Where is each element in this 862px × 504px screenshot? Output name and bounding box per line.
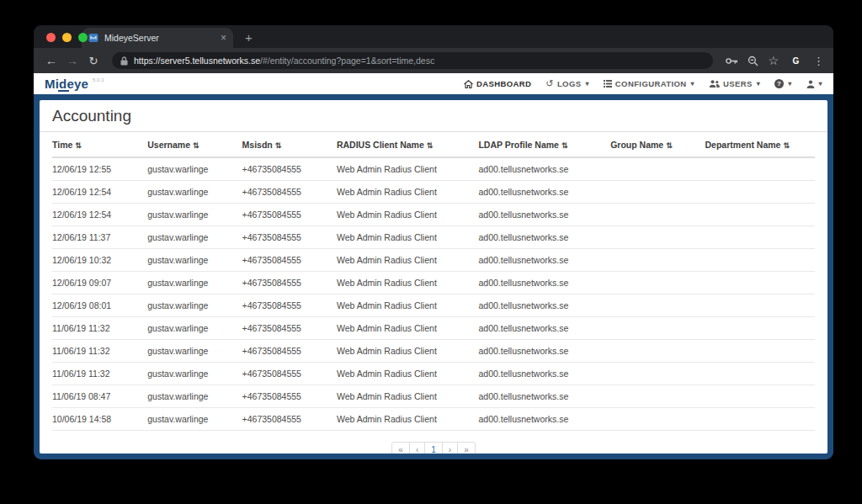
cell-msisdn: +46735084555 xyxy=(242,226,337,249)
logo-text: Mideye xyxy=(45,77,88,91)
cell-group-name xyxy=(610,340,705,363)
cell-radius-client-name: Web Admin Radius Client xyxy=(337,181,479,204)
browser-window: MideyeServer × + ← → ↻ https://server5.t… xyxy=(34,25,833,459)
cell-ldap-profile-name: ad00.tellusnetworks.se xyxy=(478,340,610,363)
table-row: 11/06/19 11:32gustav.warlinge+4673508455… xyxy=(52,363,815,385)
close-window-button[interactable] xyxy=(46,33,56,42)
chevron-down-icon: ▾ xyxy=(788,80,791,88)
cell-group-name xyxy=(610,181,705,204)
cell-msisdn: +46735084555 xyxy=(242,157,337,181)
cell-department-name xyxy=(705,157,815,181)
nav-item-configuration[interactable]: CONFIGURATION ▾ xyxy=(604,79,694,88)
cell-msisdn: +46735084555 xyxy=(242,408,337,431)
cell-time: 12/06/19 12:54 xyxy=(52,181,147,204)
content-panel: Accounting Time⇅Username⇅Msisdn⇅RADIUS C… xyxy=(40,100,827,454)
page-title: Accounting xyxy=(40,100,827,132)
cell-username: gustav.warlinge xyxy=(147,317,242,340)
column-label: LDAP Profile Name xyxy=(478,140,559,150)
nav-item-help[interactable]: ? ▾ xyxy=(774,79,791,88)
app-header: Mideye 5.0.3 DASHBOARD ↺ LOGS ▾ xyxy=(34,73,833,94)
cell-group-name xyxy=(610,272,705,294)
cell-group-name xyxy=(610,226,705,249)
cell-ldap-profile-name: ad00.tellusnetworks.se xyxy=(478,157,610,181)
cell-username: gustav.warlinge xyxy=(147,157,242,181)
page-button[interactable]: ‹ xyxy=(409,442,425,454)
cell-radius-client-name: Web Admin Radius Client xyxy=(337,340,479,363)
cell-radius-client-name: Web Admin Radius Client xyxy=(337,363,479,385)
page-button[interactable]: › xyxy=(442,442,458,454)
table-row: 12/06/19 08:01gustav.warlinge+4673508455… xyxy=(52,294,815,317)
table-row: 11/06/19 08:47gustav.warlinge+4673508455… xyxy=(52,385,815,408)
cell-department-name xyxy=(705,340,815,363)
accounting-table-wrap: Time⇅Username⇅Msisdn⇅RADIUS Client Name⇅… xyxy=(52,132,815,454)
nav-item-dashboard[interactable]: DASHBOARD xyxy=(464,79,531,88)
cell-username: gustav.warlinge xyxy=(147,294,242,317)
sort-icon: ⇅ xyxy=(193,141,200,150)
cell-department-name xyxy=(705,317,815,340)
table-row: 12/06/19 11:37gustav.warlinge+4673508455… xyxy=(52,226,815,249)
back-icon[interactable]: ← xyxy=(43,54,60,67)
person-icon xyxy=(806,80,815,88)
address-bar[interactable]: https://server5.tellusnetworks.se/#/enti… xyxy=(112,52,713,69)
forward-icon[interactable]: → xyxy=(64,54,81,67)
sort-icon: ⇅ xyxy=(275,141,282,150)
column-label: Msisdn xyxy=(242,140,273,150)
cell-username: gustav.warlinge xyxy=(147,249,242,272)
sort-icon: ⇅ xyxy=(783,141,790,150)
cell-radius-client-name: Web Admin Radius Client xyxy=(337,204,479,226)
page-button[interactable]: « xyxy=(391,442,410,454)
tab-strip: MideyeServer × + xyxy=(34,25,833,48)
cell-ldap-profile-name: ad00.tellusnetworks.se xyxy=(478,226,610,249)
column-header-msisdn[interactable]: Msisdn⇅ xyxy=(242,132,337,157)
cell-time: 11/06/19 11:32 xyxy=(52,317,147,340)
cell-department-name xyxy=(705,272,815,294)
list-icon xyxy=(604,80,612,88)
new-tab-button[interactable]: + xyxy=(245,30,253,45)
cell-msisdn: +46735084555 xyxy=(242,181,337,204)
menu-dots-icon[interactable]: ⋮ xyxy=(813,56,824,66)
cell-username: gustav.warlinge xyxy=(147,204,242,226)
bookmark-star-icon[interactable]: ☆ xyxy=(768,55,779,66)
cell-group-name xyxy=(610,249,705,272)
lock-icon xyxy=(120,56,128,66)
column-header-ldap-profile-name[interactable]: LDAP Profile Name⇅ xyxy=(478,132,610,157)
zoom-magnifier-icon[interactable] xyxy=(748,56,758,66)
password-key-icon[interactable] xyxy=(726,57,738,65)
traffic-lights xyxy=(46,33,88,42)
cell-department-name xyxy=(705,294,815,317)
nav-item-account[interactable]: ▾ xyxy=(806,80,822,88)
minimize-window-button[interactable] xyxy=(62,33,72,42)
app-logo[interactable]: Mideye xyxy=(45,77,88,90)
nav-item-logs[interactable]: ↺ LOGS ▾ xyxy=(545,78,589,89)
nav-label: DASHBOARD xyxy=(476,79,531,88)
tab-close-icon[interactable]: × xyxy=(221,32,226,44)
page-button-current[interactable]: 1 xyxy=(424,442,443,454)
cell-department-name xyxy=(705,385,815,408)
reload-icon[interactable]: ↻ xyxy=(85,55,102,67)
cell-department-name xyxy=(705,408,815,431)
cell-ldap-profile-name: ad00.tellusnetworks.se xyxy=(478,294,610,317)
nav-item-users[interactable]: USERS ▾ xyxy=(709,79,760,88)
browser-tab[interactable]: MideyeServer × xyxy=(82,28,233,48)
cell-group-name xyxy=(610,385,705,408)
cell-msisdn: +46735084555 xyxy=(242,249,337,272)
sort-icon: ⇅ xyxy=(561,141,568,150)
help-icon: ? xyxy=(774,79,784,88)
app-nav: DASHBOARD ↺ LOGS ▾ CONFIGURATION ▾ xyxy=(464,78,822,89)
column-header-group-name[interactable]: Group Name⇅ xyxy=(610,132,705,157)
column-header-username[interactable]: Username⇅ xyxy=(147,132,242,157)
cell-time: 12/06/19 08:01 xyxy=(52,294,147,317)
page-button[interactable]: » xyxy=(457,442,476,454)
chevron-down-icon: ▾ xyxy=(757,80,760,88)
url-text: https://server5.tellusnetworks.se/#/enti… xyxy=(134,56,434,66)
zoom-window-button[interactable] xyxy=(78,33,88,42)
column-header-department-name[interactable]: Department Name⇅ xyxy=(705,132,815,157)
pagination: «‹1›» xyxy=(52,431,815,454)
profile-avatar[interactable]: G xyxy=(788,53,804,69)
cell-radius-client-name: Web Admin Radius Client xyxy=(337,385,479,408)
cell-time: 12/06/19 09:07 xyxy=(52,272,147,294)
cell-group-name xyxy=(610,408,705,431)
column-header-time[interactable]: Time⇅ xyxy=(52,132,147,157)
column-header-radius-client-name[interactable]: RADIUS Client Name⇅ xyxy=(337,132,479,157)
cell-msisdn: +46735084555 xyxy=(242,294,337,317)
